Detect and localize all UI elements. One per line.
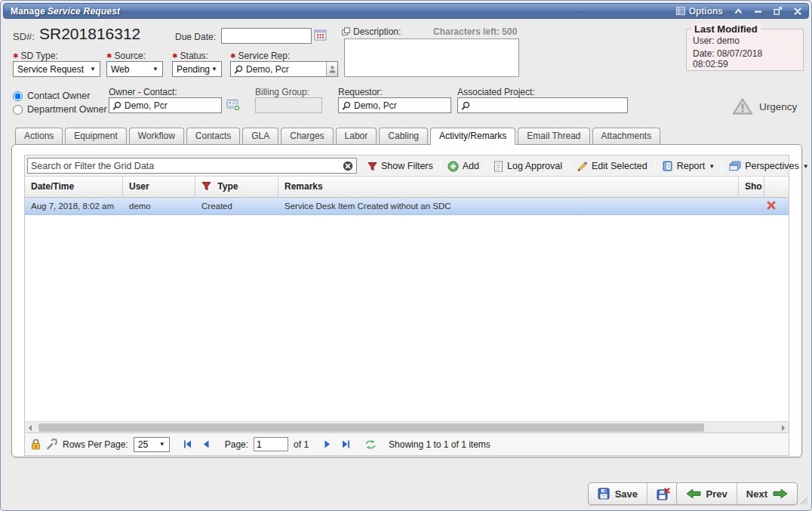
save-floppy-icon bbox=[598, 488, 610, 500]
contact-card-add-icon bbox=[226, 99, 241, 112]
status-select[interactable]: Pending ▼ bbox=[172, 61, 222, 77]
first-page-button[interactable] bbox=[181, 438, 195, 451]
due-date-label: Due Date: bbox=[175, 32, 216, 42]
column-header-remarks[interactable]: Remarks bbox=[278, 177, 739, 197]
refresh-button[interactable] bbox=[364, 438, 377, 451]
sd-type-select[interactable]: Service Request ▼ bbox=[13, 61, 100, 77]
tab-attachments[interactable]: Attachments bbox=[592, 128, 661, 144]
source-label: ✱Source: bbox=[106, 51, 146, 61]
contact-owner-radio-input[interactable] bbox=[13, 91, 23, 101]
show-filters-button[interactable]: Show Filters bbox=[364, 159, 436, 173]
column-header-date-time[interactable]: Date/Time bbox=[25, 177, 123, 197]
resize-grip[interactable] bbox=[799, 496, 808, 507]
column-header-user[interactable]: User bbox=[123, 177, 195, 197]
tab-labor[interactable]: Labor bbox=[336, 128, 377, 144]
horizontal-scrollbar[interactable] bbox=[25, 421, 789, 433]
add-contact-button[interactable] bbox=[226, 99, 241, 114]
next-page-button[interactable] bbox=[320, 438, 334, 451]
department-owner-radio[interactable]: Department Owner bbox=[13, 104, 107, 115]
tab-email-thread[interactable]: Email Thread bbox=[518, 128, 589, 144]
rows-per-page-select[interactable]: 25 ▼ bbox=[134, 437, 170, 452]
grid-search-box bbox=[27, 158, 357, 174]
tab-charges[interactable]: Charges bbox=[281, 128, 333, 144]
scrollbar-thumb[interactable] bbox=[38, 423, 704, 432]
clear-search-icon[interactable] bbox=[343, 161, 353, 171]
next-button[interactable]: Next bbox=[737, 483, 797, 504]
service-rep-lookup bbox=[230, 61, 338, 77]
collapse-button[interactable] bbox=[734, 8, 743, 14]
row-delete-button[interactable] bbox=[764, 198, 780, 214]
grid-search-input[interactable] bbox=[31, 161, 340, 171]
titlebar[interactable]: ManageService Request Options bbox=[3, 3, 809, 19]
column-header-show[interactable]: Sho bbox=[739, 177, 764, 197]
service-rep-label: ✱Service Rep: bbox=[230, 51, 290, 61]
lock-icon[interactable] bbox=[31, 439, 41, 450]
prev-page-button[interactable] bbox=[200, 438, 214, 451]
perspectives-button[interactable]: Perspectives ▼ bbox=[726, 159, 811, 173]
column-header-type[interactable]: Type bbox=[195, 177, 278, 197]
urgency-warning-icon bbox=[732, 97, 753, 115]
contact-owner-radio-label: Contact Owner bbox=[27, 91, 90, 101]
tab-contacts[interactable]: Contacts bbox=[186, 128, 240, 144]
tab-activity-remarks[interactable]: Activity/Remarks bbox=[430, 128, 515, 145]
search-icon bbox=[112, 101, 121, 110]
close-button[interactable] bbox=[794, 8, 801, 15]
toolbar-separator bbox=[654, 159, 655, 173]
options-button[interactable]: Options bbox=[676, 6, 723, 17]
report-button[interactable]: Report ▼ bbox=[659, 159, 718, 173]
due-date-input[interactable] bbox=[225, 31, 308, 42]
tab-workflow[interactable]: Workflow bbox=[129, 128, 184, 144]
save-label: Save bbox=[615, 488, 638, 500]
sd-number-value: SR201816312 bbox=[39, 25, 140, 43]
description-popout-icon[interactable] bbox=[342, 27, 350, 38]
scroll-right-button[interactable] bbox=[778, 424, 789, 432]
log-approval-button[interactable]: Log Approval bbox=[491, 159, 565, 174]
prev-arrow-icon bbox=[686, 488, 701, 499]
footer-separator bbox=[314, 438, 315, 451]
due-date-field-box bbox=[221, 28, 312, 44]
prev-label: Prev bbox=[706, 488, 727, 500]
minimize-button[interactable] bbox=[754, 8, 762, 14]
department-owner-radio-input[interactable] bbox=[13, 105, 23, 115]
dropdown-arrow-icon: ▼ bbox=[152, 66, 158, 72]
contact-owner-radio[interactable]: Contact Owner bbox=[13, 91, 90, 101]
tab-actions[interactable]: Actions bbox=[15, 128, 63, 144]
footer-separator bbox=[496, 438, 497, 451]
window-title-emphasis: Service Request bbox=[48, 6, 120, 17]
save-button-group: Save bbox=[588, 482, 680, 505]
table-row[interactable]: Aug 7, 2018, 8:02 am demo Created Servic… bbox=[25, 198, 789, 215]
associated-project-input[interactable] bbox=[473, 100, 627, 111]
edit-selected-button[interactable]: Edit Selected bbox=[574, 159, 651, 174]
last-page-button[interactable] bbox=[339, 438, 352, 451]
tab-equipment[interactable]: Equipment bbox=[65, 128, 126, 144]
save-and-close-button[interactable] bbox=[647, 483, 679, 504]
cell-remarks: Service Desk Item Created without an SDC bbox=[278, 198, 739, 214]
activity-remarks-panel: Show Filters Add Log Approval bbox=[11, 144, 802, 457]
scroll-left-button[interactable] bbox=[25, 424, 35, 432]
save-button[interactable]: Save bbox=[589, 483, 647, 504]
tab-cabling[interactable]: Cabling bbox=[379, 128, 428, 144]
requestor-input[interactable] bbox=[354, 100, 451, 111]
calendar-button[interactable] bbox=[314, 29, 327, 43]
description-textarea[interactable] bbox=[344, 38, 519, 77]
add-button[interactable]: Add bbox=[444, 159, 482, 174]
source-select[interactable]: Web ▼ bbox=[106, 61, 163, 77]
popout-button[interactable] bbox=[774, 7, 783, 15]
urgency-indicator[interactable]: Urgency bbox=[732, 97, 797, 115]
prev-button[interactable]: Prev bbox=[677, 483, 737, 504]
add-circle-icon bbox=[448, 161, 459, 172]
required-asterisk: ✱ bbox=[13, 52, 19, 60]
options-label: Options bbox=[689, 6, 723, 17]
minimize-icon bbox=[754, 8, 762, 14]
dropdown-arrow-icon: ▼ bbox=[803, 163, 809, 170]
service-rep-input[interactable] bbox=[246, 64, 323, 75]
wrench-icon[interactable] bbox=[46, 439, 57, 450]
service-rep-picker-button[interactable] bbox=[326, 62, 337, 76]
billing-group-input bbox=[259, 100, 318, 111]
perspectives-layers-icon bbox=[729, 161, 741, 171]
page-number-input[interactable] bbox=[254, 437, 288, 451]
sort-icon[interactable] bbox=[109, 183, 115, 196]
tab-gla[interactable]: GLA bbox=[242, 128, 278, 144]
owner-contact-input[interactable] bbox=[125, 100, 221, 111]
associated-project-lookup bbox=[457, 97, 628, 113]
